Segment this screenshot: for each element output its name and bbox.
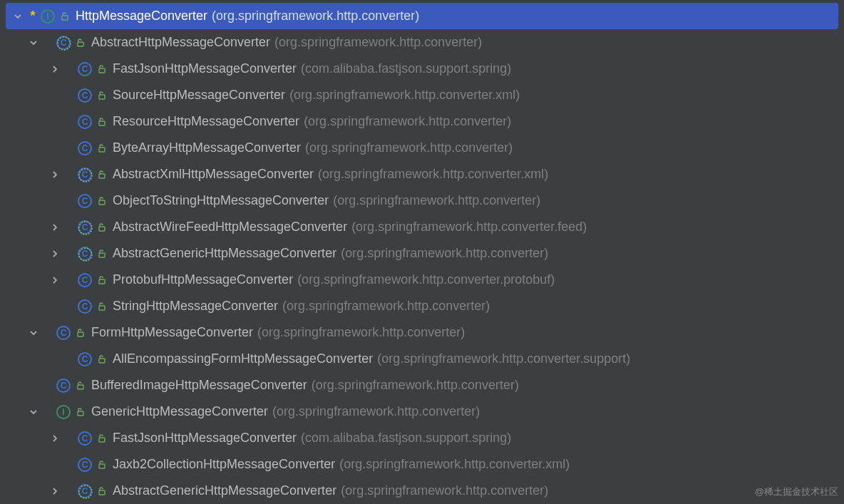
chevron-right-icon[interactable] bbox=[48, 274, 61, 287]
package-name: (org.springframework.http.converter) bbox=[272, 404, 480, 419]
svg-rect-25 bbox=[99, 200, 105, 205]
svg-rect-51 bbox=[78, 411, 83, 416]
svg-rect-45 bbox=[99, 359, 105, 363]
svg-text:C: C bbox=[82, 117, 88, 127]
unlock-icon bbox=[96, 115, 108, 128]
class-name: HttpMessageConverter bbox=[76, 9, 207, 24]
tree-row[interactable]: IGenericHttpMessageConverter(org.springf… bbox=[0, 398, 844, 425]
tree-row[interactable]: CFormHttpMessageConverter(org.springfram… bbox=[0, 319, 844, 346]
tree-row[interactable]: CObjectToStringHttpMessageConverter(org.… bbox=[0, 187, 844, 214]
abstract-icon: C bbox=[77, 483, 93, 499]
package-name: (org.springframework.http.converter) bbox=[305, 140, 513, 155]
tree-row[interactable]: CProtobufHttpMessageConverter(org.spring… bbox=[0, 267, 844, 293]
tree-row[interactable]: CAbstractHttpMessageConverter(org.spring… bbox=[0, 29, 844, 56]
svg-rect-61 bbox=[99, 490, 105, 495]
unlock-icon bbox=[96, 458, 108, 471]
svg-rect-18 bbox=[99, 148, 105, 152]
chevron-right-icon[interactable] bbox=[48, 221, 61, 234]
tree-row[interactable]: CFastJsonHttpMessageConverter(com.alibab… bbox=[0, 56, 844, 82]
tree-row[interactable]: CAbstractXmlHttpMessageConverter(org.spr… bbox=[0, 161, 844, 187]
class-icon: C bbox=[77, 431, 93, 446]
svg-text:C: C bbox=[82, 91, 88, 101]
svg-text:C: C bbox=[61, 328, 67, 338]
class-icon: C bbox=[77, 114, 93, 130]
svg-text:C: C bbox=[82, 302, 88, 312]
class-icon: C bbox=[56, 378, 71, 394]
svg-text:C: C bbox=[82, 170, 88, 180]
tree-row[interactable]: CByteArrayHttpMessageConverter(org.sprin… bbox=[0, 135, 844, 161]
tree-row[interactable]: CBufferedImageHttpMessageConverter(org.s… bbox=[0, 372, 844, 398]
class-name: SourceHttpMessageConverter bbox=[113, 88, 285, 103]
package-name: (org.springframework.http.converter) bbox=[257, 325, 465, 340]
svg-rect-12 bbox=[99, 95, 105, 99]
class-name: AllEncompassingFormHttpMessageConverter bbox=[113, 351, 373, 366]
package-name: (org.springframework.http.converter) bbox=[333, 193, 540, 208]
svg-rect-15 bbox=[99, 121, 105, 125]
unlock-icon bbox=[74, 36, 87, 49]
watermark: @稀土掘金技术社区 bbox=[755, 485, 838, 498]
tree-row[interactable]: CAbstractWireFeedHttpMessageConverter(or… bbox=[0, 214, 844, 240]
package-name: (org.springframework.http.converter) bbox=[312, 378, 519, 393]
class-name: ProtobufHttpMessageConverter bbox=[113, 272, 293, 287]
class-name: GenericHttpMessageConverter bbox=[91, 404, 268, 419]
class-name: AbstractGenericHttpMessageConverter bbox=[113, 246, 336, 261]
abstract-icon: C bbox=[77, 167, 93, 182]
tree-row[interactable]: CStringHttpMessageConverter(org.springfr… bbox=[0, 293, 844, 319]
unlock-icon bbox=[96, 274, 108, 287]
package-name: (org.springframework.http.converter.prot… bbox=[297, 272, 555, 287]
class-icon: C bbox=[77, 351, 93, 367]
package-name: (org.springframework.http.converter) bbox=[274, 35, 482, 50]
modifier-indicator: * bbox=[26, 9, 40, 24]
chevron-down-icon[interactable] bbox=[11, 10, 24, 23]
svg-text:C: C bbox=[82, 64, 88, 74]
unlock-icon bbox=[96, 168, 108, 181]
svg-text:I: I bbox=[46, 11, 48, 21]
tree-row[interactable]: CResourceHttpMessageConverter(org.spring… bbox=[0, 108, 844, 135]
unlock-icon bbox=[96, 142, 108, 155]
package-name: (com.alibaba.fastjson.support.spring) bbox=[301, 61, 511, 76]
unlock-icon bbox=[96, 432, 108, 445]
tree-row[interactable]: *IHttpMessageConverter(org.springframewo… bbox=[6, 3, 838, 29]
tree-row[interactable]: CJaxb2CollectionHttpMessageConverter(org… bbox=[0, 451, 844, 478]
chevron-right-icon[interactable] bbox=[48, 168, 61, 181]
chevron-down-icon[interactable] bbox=[27, 406, 40, 418]
svg-text:C: C bbox=[82, 222, 88, 232]
chevron-right-icon[interactable] bbox=[48, 63, 61, 76]
chevron-right-icon[interactable] bbox=[48, 247, 61, 260]
svg-text:C: C bbox=[61, 381, 67, 391]
svg-text:C: C bbox=[82, 354, 88, 364]
chevron-down-icon[interactable] bbox=[27, 36, 40, 49]
svg-rect-36 bbox=[99, 279, 105, 284]
class-icon: C bbox=[56, 325, 71, 341]
chevron-right-icon[interactable] bbox=[48, 485, 61, 498]
package-name: (com.alibaba.fastjson.support.spring) bbox=[301, 431, 511, 446]
class-name: Jaxb2CollectionHttpMessageConverter bbox=[113, 457, 335, 472]
unlock-icon bbox=[96, 353, 108, 366]
unlock-icon bbox=[96, 89, 108, 102]
package-name: (org.springframework.http.converter.supp… bbox=[377, 351, 630, 366]
tree-row[interactable]: CAllEncompassingFormHttpMessageConverter… bbox=[0, 346, 844, 372]
svg-rect-57 bbox=[99, 464, 105, 468]
svg-rect-29 bbox=[99, 227, 105, 231]
package-name: (org.springframework.http.converter.feed… bbox=[351, 220, 587, 235]
unlock-icon bbox=[74, 406, 87, 418]
class-name: FastJsonHttpMessageConverter bbox=[113, 61, 297, 76]
svg-rect-42 bbox=[78, 332, 83, 336]
tree-row[interactable]: CAbstractGenericHttpMessageConverter(org… bbox=[0, 240, 844, 267]
class-name: AbstractWireFeedHttpMessageConverter bbox=[113, 220, 347, 235]
tree-row[interactable]: CAbstractGenericHttpMessageConverter(org… bbox=[0, 478, 844, 504]
chevron-down-icon[interactable] bbox=[27, 326, 40, 339]
unlock-icon bbox=[58, 10, 71, 23]
abstract-icon: C bbox=[77, 220, 93, 235]
class-name: ResourceHttpMessageConverter bbox=[113, 114, 299, 129]
tree-row[interactable]: CFastJsonHttpMessageConverter(com.alibab… bbox=[0, 425, 844, 451]
interface-icon: I bbox=[40, 9, 56, 24]
tree-row[interactable]: CSourceHttpMessageConverter(org.springfr… bbox=[0, 82, 844, 108]
class-name: BufferedImageHttpMessageConverter bbox=[91, 378, 307, 393]
chevron-right-icon[interactable] bbox=[48, 432, 61, 445]
unlock-icon bbox=[96, 195, 108, 207]
class-name: FastJsonHttpMessageConverter bbox=[113, 431, 297, 446]
class-icon: C bbox=[77, 193, 93, 209]
svg-text:C: C bbox=[82, 460, 88, 470]
class-icon: C bbox=[77, 457, 93, 473]
